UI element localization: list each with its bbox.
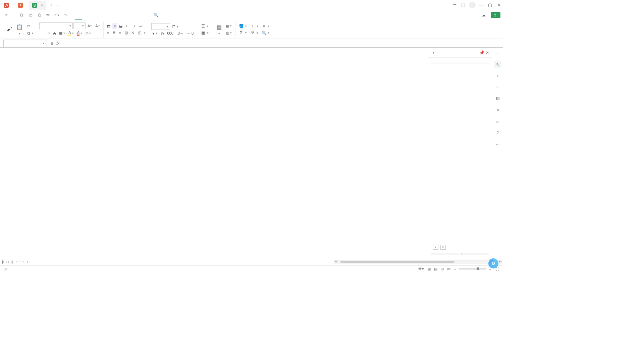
- sheet-add-button[interactable]: +: [23, 260, 31, 264]
- view-break-icon[interactable]: ⊞: [439, 267, 445, 271]
- freeze-button[interactable]: ❄▾: [260, 23, 271, 29]
- sheet-prev-icon[interactable]: ‹: [6, 260, 7, 264]
- menu-tools[interactable]: [122, 10, 129, 20]
- font-size-select[interactable]: ▾: [73, 22, 86, 29]
- name-box[interactable]: ▾: [3, 40, 47, 47]
- app-grid-icon[interactable]: ▭: [450, 1, 459, 9]
- rail-device-icon[interactable]: ▱: [494, 118, 501, 125]
- tab-wps-office[interactable]: W: [1, 1, 13, 10]
- increase-font-button[interactable]: A⁺: [86, 22, 93, 29]
- align-bottom-button[interactable]: ⬓: [118, 23, 124, 29]
- decrease-font-button[interactable]: A⁻: [94, 22, 101, 29]
- status-mode-icon[interactable]: ⊞: [2, 267, 8, 271]
- sort-button[interactable]: ↕▾: [249, 23, 260, 29]
- tab-workbook[interactable]: S: [29, 1, 46, 10]
- cut-button[interactable]: ✂: [25, 23, 35, 29]
- wrap-button[interactable]: ↩: [137, 23, 145, 29]
- scroll-left-icon[interactable]: ◂: [335, 260, 337, 263]
- convert-button[interactable]: ⇄▾: [171, 23, 180, 30]
- align-top-button[interactable]: ⬒: [106, 23, 112, 29]
- menu-hamburger-icon[interactable]: ≡: [3, 11, 10, 19]
- hide-all-button[interactable]: [461, 253, 489, 255]
- copy-button[interactable]: ⧉▾: [25, 30, 35, 36]
- menu-view[interactable]: [115, 10, 122, 20]
- strike-button[interactable]: A: [52, 30, 57, 36]
- table-style-button[interactable]: ▦▾: [224, 23, 233, 29]
- merge-button[interactable]: ⊞▾: [136, 30, 147, 36]
- align-middle-button[interactable]: ≡: [112, 23, 117, 29]
- sheet-first-icon[interactable]: |‹: [2, 260, 4, 264]
- align-center-button[interactable]: ≣: [111, 30, 117, 36]
- decrease-decimal-button[interactable]: ←.0: [185, 31, 195, 36]
- send-backward-button[interactable]: ▾: [440, 245, 446, 250]
- zoom-slider[interactable]: [459, 268, 486, 269]
- rail-more-icon[interactable]: ⋯: [494, 141, 501, 148]
- align-right-button[interactable]: ≡: [117, 30, 122, 36]
- worksheet-button[interactable]: ▦▾: [199, 30, 210, 36]
- menu-home[interactable]: [75, 10, 82, 20]
- sum-button[interactable]: Σ▾: [237, 30, 248, 36]
- redo-icon[interactable]: ↷: [62, 11, 69, 19]
- increase-indent-button[interactable]: ⇥: [131, 23, 137, 29]
- font-color-button[interactable]: A▾: [76, 30, 84, 36]
- share-button[interactable]: ⇪: [491, 12, 500, 18]
- align-left-button[interactable]: ≡: [106, 30, 110, 36]
- filter-button[interactable]: ⧩▾: [249, 30, 260, 36]
- menu-review[interactable]: [109, 10, 115, 20]
- fill-color-button[interactable]: A▾: [67, 30, 75, 36]
- increase-decimal-button[interactable]: .0→: [175, 31, 185, 36]
- maximize-button[interactable]: ▢: [486, 1, 494, 9]
- show-all-button[interactable]: [431, 253, 459, 255]
- rail-style-icon[interactable]: ♪: [494, 72, 501, 79]
- cell-styles-button[interactable]: ▥▾: [224, 30, 233, 36]
- sheet-last-icon[interactable]: ›|: [11, 260, 13, 264]
- tab-menu-icon[interactable]: ⌄: [55, 3, 61, 7]
- paste-button[interactable]: 📋▾: [15, 23, 24, 36]
- new-icon[interactable]: 🗋: [18, 11, 25, 19]
- pin-icon[interactable]: 📌: [479, 50, 484, 55]
- rail-clipboard-icon[interactable]: ▭: [494, 84, 501, 91]
- cond-format-button[interactable]: ▤▾: [214, 23, 224, 36]
- italic-button[interactable]: [43, 30, 45, 36]
- number-format-select[interactable]: ▾: [151, 23, 170, 30]
- rail-help-icon[interactable]: ?: [494, 130, 501, 136]
- horizontal-scrollbar[interactable]: ◂ ▸: [334, 260, 502, 263]
- rail-select-icon[interactable]: ↖: [494, 61, 501, 68]
- find-button[interactable]: 🔍▾: [260, 30, 271, 36]
- cube-icon[interactable]: ⬚: [459, 1, 468, 9]
- fx-icon[interactable]: fx: [56, 41, 59, 46]
- fill-button[interactable]: 🪣▾: [237, 23, 248, 29]
- percent-button[interactable]: %: [159, 31, 165, 36]
- currency-button[interactable]: ¥▾: [151, 31, 159, 36]
- bold-button[interactable]: [39, 30, 42, 36]
- tab-add[interactable]: +: [47, 2, 55, 8]
- user-avatar[interactable]: [469, 2, 476, 8]
- eye-icon[interactable]: 👁▾: [417, 267, 426, 271]
- menu-formula[interactable]: [95, 10, 102, 20]
- tab-template[interactable]: ✦: [15, 1, 28, 10]
- view-page-icon[interactable]: ▤: [432, 267, 439, 271]
- sheet-tab[interactable]: [16, 261, 23, 263]
- spreadsheet-grid[interactable]: [0, 48, 428, 258]
- rows-cols-button[interactable]: ☰▾: [199, 23, 210, 29]
- rail-tools-icon[interactable]: ✕: [494, 107, 501, 113]
- cloud-icon[interactable]: ☁: [480, 11, 487, 19]
- print-icon[interactable]: ⎙: [36, 11, 43, 19]
- menu-file[interactable]: [11, 10, 18, 20]
- zoom-out-button[interactable]: −: [452, 267, 458, 271]
- menu-insert[interactable]: [82, 10, 89, 20]
- rail-image-icon[interactable]: 🖼: [494, 95, 501, 102]
- view-read-icon[interactable]: ▭: [445, 267, 452, 271]
- justify-button[interactable]: ▤: [123, 30, 129, 36]
- rail-collapse-icon[interactable]: —: [494, 50, 501, 56]
- undo-icon[interactable]: ↶▾: [53, 11, 60, 19]
- font-name-select[interactable]: ▾: [39, 22, 73, 29]
- menu-efficiency[interactable]: [136, 10, 142, 20]
- menu-page[interactable]: [89, 10, 95, 20]
- menu-ai-tools[interactable]: [142, 10, 149, 20]
- comma-button[interactable]: 000: [166, 31, 174, 36]
- pane-object-list[interactable]: [431, 63, 489, 241]
- cell-style-button[interactable]: ◇▾: [84, 30, 92, 36]
- menu-data[interactable]: [102, 10, 109, 20]
- close-pane-icon[interactable]: ✕: [486, 50, 489, 55]
